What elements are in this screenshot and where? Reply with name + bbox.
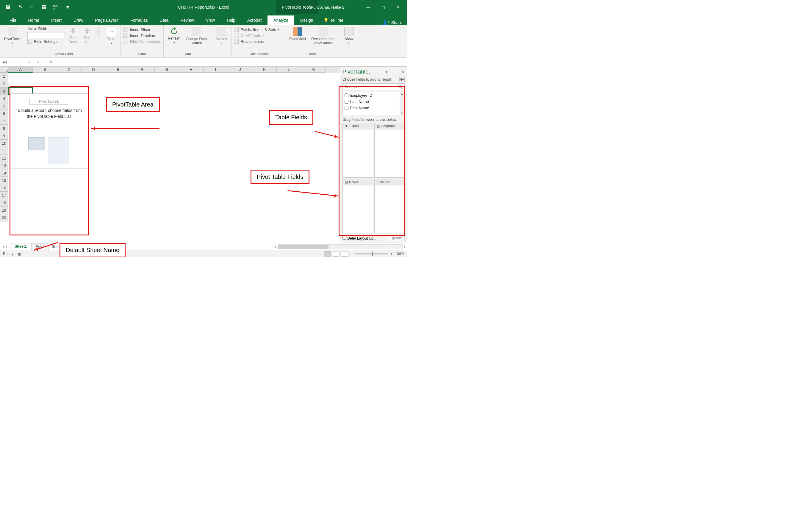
tab-insert[interactable]: Insert <box>45 16 67 25</box>
spelling-icon[interactable]: abc✓ <box>50 1 61 13</box>
relationships-button[interactable]: Relationships <box>234 39 279 44</box>
ribbon-display-icon[interactable]: ▭ <box>348 1 359 13</box>
col-header-D[interactable]: D <box>82 67 106 73</box>
fields-items-sets-button[interactable]: Fields, Items, & Sets ▾ <box>234 27 279 32</box>
row-header-14[interactable]: 14 <box>0 169 8 177</box>
scroll-right-icon[interactable]: ▸ <box>403 244 407 249</box>
field-checkbox[interactable] <box>345 106 348 110</box>
qat-dropdown-icon[interactable]: ▾ <box>62 1 73 13</box>
drill-up-button[interactable]: Drill Up <box>81 26 93 45</box>
row-header-18[interactable]: 18 <box>0 199 8 206</box>
filter-connections-button[interactable]: Filter Connections <box>123 39 161 44</box>
tab-review[interactable]: Review <box>174 16 200 25</box>
group-button[interactable]: →Group▾ <box>105 26 118 45</box>
tell-me[interactable]: 💡Tell me <box>319 16 348 25</box>
rows-area[interactable]: ▤Rows <box>343 179 373 234</box>
worksheet-grid[interactable]: A B C D E F G H I J K L M 1 2 3 4 5 6 7 … <box>0 67 340 243</box>
sheet-tab-active[interactable]: Sheet1 <box>10 243 31 250</box>
scroll-up-icon[interactable]: ▲ <box>401 92 403 95</box>
zoom-in-icon[interactable]: + <box>390 252 393 256</box>
col-header-K[interactable]: K <box>252 67 277 73</box>
row-header-1[interactable]: 1 <box>0 73 8 80</box>
tab-design[interactable]: Design <box>294 16 319 25</box>
show-button[interactable]: Show▾ <box>343 26 355 45</box>
enter-fx-icon[interactable]: ✓ <box>42 60 45 64</box>
tab-acrobat[interactable]: Acrobat <box>241 16 267 25</box>
fields-scrollbar[interactable]: ▲▼ <box>400 92 404 115</box>
row-header-12[interactable]: 12 <box>0 154 8 162</box>
row-header-13[interactable]: 13 <box>0 162 8 169</box>
undo-icon[interactable] <box>14 1 26 13</box>
table-icon[interactable] <box>38 1 49 13</box>
row-header-17[interactable]: 17 <box>0 192 8 199</box>
scroll-down-icon[interactable]: ▼ <box>401 112 403 115</box>
expand-icon[interactable] <box>95 27 100 32</box>
scroll-left-icon[interactable]: ◂ <box>273 244 278 249</box>
row-header-20[interactable]: 20 <box>0 214 8 222</box>
insert-timeline-button[interactable]: Insert Timeline <box>123 33 161 38</box>
fields-search[interactable]: 🔍 <box>343 83 405 90</box>
row-header-2[interactable]: 2 <box>0 80 8 87</box>
col-header-H[interactable]: H <box>179 67 204 73</box>
col-header-M[interactable]: M <box>301 67 325 73</box>
row-header-3[interactable]: 3 <box>0 87 8 95</box>
horizontal-scrollbar[interactable]: ◂ ▸ <box>273 244 407 249</box>
row-header-8[interactable]: 8 <box>0 125 8 132</box>
sheet-prev-icon[interactable]: ◂ <box>2 244 4 249</box>
tab-formulas[interactable]: Formulas <box>124 16 153 25</box>
row-header-5[interactable]: 5 <box>0 103 8 110</box>
values-area[interactable]: ΣValues <box>374 179 405 234</box>
field-settings-button[interactable]: Field Settings <box>27 39 65 44</box>
tab-help[interactable]: Help <box>221 16 241 25</box>
active-field-input[interactable] <box>27 32 65 38</box>
col-header-B[interactable]: B <box>33 67 57 73</box>
select-all-corner[interactable] <box>0 67 8 73</box>
col-header-G[interactable]: G <box>155 67 179 73</box>
tab-analyze[interactable]: Analyze <box>267 16 294 25</box>
col-header-A[interactable]: A <box>8 67 33 73</box>
row-header-15[interactable]: 15 <box>0 177 8 184</box>
col-header-C[interactable]: C <box>57 67 82 73</box>
formula-input[interactable] <box>57 59 407 65</box>
field-checkbox[interactable] <box>345 93 348 97</box>
pane-close-icon[interactable]: ✕ <box>401 69 405 74</box>
sheet-next-icon[interactable]: ▸ <box>6 244 8 249</box>
pivottable-button[interactable]: PivotTable▾ <box>2 26 22 45</box>
update-button[interactable]: Update <box>388 235 405 241</box>
row-header-4[interactable]: 4 <box>0 95 8 103</box>
tab-view[interactable]: View <box>200 16 221 25</box>
collapse-icon[interactable] <box>95 32 100 37</box>
row-header-11[interactable]: 11 <box>0 147 8 154</box>
tab-file[interactable]: File <box>4 16 22 25</box>
gear-icon[interactable]: ⚙▾ <box>399 77 405 82</box>
scroll-thumb[interactable] <box>278 245 328 249</box>
share-button[interactable]: 👤⁺Share <box>382 20 402 25</box>
drill-down-button[interactable]: Drill Down <box>67 26 80 45</box>
macro-icon[interactable]: ▦ <box>18 252 21 256</box>
zoom-slider[interactable] <box>355 253 388 254</box>
close-icon[interactable]: ✕ <box>392 1 404 13</box>
search-input[interactable] <box>345 85 398 89</box>
cancel-fx-icon[interactable]: ✕ <box>36 60 39 64</box>
row-header-16[interactable]: 16 <box>0 184 8 192</box>
fx-icon[interactable]: fx <box>48 60 54 64</box>
row-header-7[interactable]: 7 <box>0 117 8 125</box>
field-item[interactable]: First Name <box>343 105 404 111</box>
actions-button[interactable]: Actions▾ <box>214 26 229 45</box>
columns-area[interactable]: ▥Columns <box>374 123 405 178</box>
col-header-L[interactable]: L <box>277 67 301 73</box>
col-header-I[interactable]: I <box>204 67 228 73</box>
row-header-10[interactable]: 10 <box>0 140 8 147</box>
recommended-pivottables-button[interactable]: Recommended PivotTables <box>310 26 337 46</box>
page-break-view-icon[interactable] <box>342 251 348 257</box>
filters-area[interactable]: ▼Filters <box>343 123 373 178</box>
cells-area[interactable]: PivotTable1 To build a report, choose fi… <box>8 73 340 222</box>
col-header-E[interactable]: E <box>106 67 130 73</box>
zoom-out-icon[interactable]: − <box>351 252 353 256</box>
normal-view-icon[interactable] <box>324 251 330 257</box>
field-item[interactable]: Employee ID <box>343 92 404 98</box>
tab-draw[interactable]: Draw <box>67 16 89 25</box>
page-layout-view-icon[interactable] <box>333 251 340 257</box>
field-item[interactable]: Last Name <box>343 98 404 105</box>
defer-checkbox[interactable]: Defer Layout Up... <box>343 236 376 240</box>
